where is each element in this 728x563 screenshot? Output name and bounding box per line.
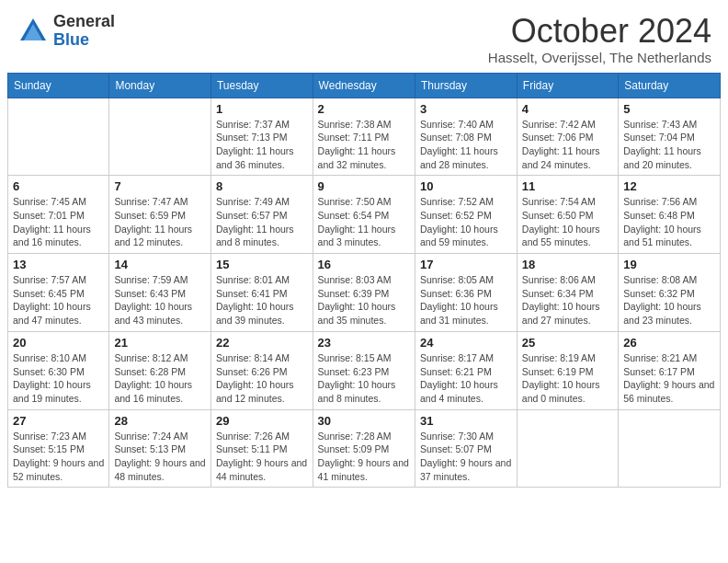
- logo: General Blue: [17, 13, 115, 50]
- calendar-cell: 14Sunrise: 7:59 AMSunset: 6:43 PMDayligh…: [109, 254, 211, 332]
- calendar-cell: 12Sunrise: 7:56 AMSunset: 6:48 PMDayligh…: [619, 176, 721, 254]
- day-header-tuesday: Tuesday: [210, 73, 313, 98]
- day-number: 25: [522, 336, 613, 350]
- location-subtitle: Hasselt, Overijssel, The Netherlands: [488, 50, 711, 65]
- day-info: Sunrise: 7:43 AMSunset: 7:04 PMDaylight:…: [623, 118, 715, 172]
- calendar-cell: [619, 409, 721, 488]
- calendar-cell: 2Sunrise: 7:38 AMSunset: 7:11 PMDaylight…: [313, 98, 415, 176]
- day-header-saturday: Saturday: [619, 73, 721, 98]
- day-number: 31: [420, 414, 512, 428]
- day-info: Sunrise: 7:42 AMSunset: 7:06 PMDaylight:…: [522, 118, 613, 172]
- day-number: 2: [318, 102, 410, 116]
- day-number: 29: [216, 414, 308, 428]
- day-number: 9: [318, 179, 410, 193]
- day-info: Sunrise: 7:28 AMSunset: 5:09 PMDaylight:…: [318, 430, 410, 484]
- calendar-cell: 24Sunrise: 8:17 AMSunset: 6:21 PMDayligh…: [415, 331, 518, 409]
- header-row: SundayMondayTuesdayWednesdayThursdayFrid…: [8, 73, 721, 98]
- week-row-5: 27Sunrise: 7:23 AMSunset: 5:15 PMDayligh…: [8, 409, 721, 488]
- title-section: October 2024 Hasselt, Overijssel, The Ne…: [488, 13, 711, 65]
- day-number: 8: [216, 179, 308, 193]
- day-header-sunday: Sunday: [8, 73, 109, 98]
- day-info: Sunrise: 8:10 AMSunset: 6:30 PMDaylight:…: [13, 351, 104, 406]
- calendar-header: SundayMondayTuesdayWednesdayThursdayFrid…: [8, 73, 721, 98]
- day-number: 6: [13, 179, 104, 193]
- calendar-cell: 10Sunrise: 7:52 AMSunset: 6:52 PMDayligh…: [415, 176, 518, 254]
- day-info: Sunrise: 7:26 AMSunset: 5:11 PMDaylight:…: [216, 430, 308, 484]
- day-info: Sunrise: 7:37 AMSunset: 7:13 PMDaylight:…: [216, 118, 308, 172]
- day-info: Sunrise: 8:12 AMSunset: 6:28 PMDaylight:…: [114, 351, 206, 406]
- day-info: Sunrise: 7:38 AMSunset: 7:11 PMDaylight:…: [318, 118, 410, 172]
- calendar-cell: 20Sunrise: 8:10 AMSunset: 6:30 PMDayligh…: [8, 331, 109, 409]
- calendar-cell: 25Sunrise: 8:19 AMSunset: 6:19 PMDayligh…: [517, 331, 618, 409]
- day-number: 20: [13, 336, 104, 350]
- calendar-cell: 13Sunrise: 7:57 AMSunset: 6:45 PMDayligh…: [8, 254, 109, 332]
- calendar-cell: 9Sunrise: 7:50 AMSunset: 6:54 PMDaylight…: [313, 176, 415, 254]
- calendar-body: 1Sunrise: 7:37 AMSunset: 7:13 PMDaylight…: [8, 98, 721, 488]
- day-header-monday: Monday: [109, 73, 211, 98]
- day-number: 22: [216, 336, 308, 350]
- day-number: 4: [522, 102, 613, 116]
- calendar-cell: 30Sunrise: 7:28 AMSunset: 5:09 PMDayligh…: [313, 409, 415, 488]
- day-number: 27: [13, 414, 104, 428]
- logo-blue-text: Blue: [53, 31, 115, 50]
- day-number: 28: [114, 414, 206, 428]
- day-info: Sunrise: 8:15 AMSunset: 6:23 PMDaylight:…: [318, 351, 410, 406]
- page-header: General Blue October 2024 Hasselt, Overi…: [0, 0, 728, 73]
- calendar-cell: [109, 98, 211, 176]
- day-info: Sunrise: 8:06 AMSunset: 6:34 PMDaylight:…: [522, 273, 613, 327]
- calendar-cell: [517, 409, 618, 488]
- day-header-wednesday: Wednesday: [313, 73, 415, 98]
- day-info: Sunrise: 8:08 AMSunset: 6:32 PMDaylight:…: [623, 273, 715, 327]
- day-number: 23: [318, 336, 410, 350]
- day-number: 30: [318, 414, 410, 428]
- day-number: 14: [114, 258, 206, 271]
- week-row-4: 20Sunrise: 8:10 AMSunset: 6:30 PMDayligh…: [8, 331, 721, 409]
- logo-text: General Blue: [53, 13, 115, 50]
- day-info: Sunrise: 8:14 AMSunset: 6:26 PMDaylight:…: [216, 351, 308, 406]
- calendar-cell: 5Sunrise: 7:43 AMSunset: 7:04 PMDaylight…: [619, 98, 721, 176]
- day-number: 7: [114, 179, 206, 193]
- day-info: Sunrise: 7:30 AMSunset: 5:07 PMDaylight:…: [420, 430, 512, 484]
- calendar-cell: 28Sunrise: 7:24 AMSunset: 5:13 PMDayligh…: [109, 409, 211, 488]
- day-number: 1: [216, 102, 308, 116]
- calendar-cell: 19Sunrise: 8:08 AMSunset: 6:32 PMDayligh…: [619, 254, 721, 332]
- day-number: 3: [420, 102, 512, 116]
- day-header-friday: Friday: [517, 73, 618, 98]
- day-info: Sunrise: 7:24 AMSunset: 5:13 PMDaylight:…: [114, 430, 206, 484]
- calendar-cell: 22Sunrise: 8:14 AMSunset: 6:26 PMDayligh…: [210, 331, 313, 409]
- calendar-cell: 29Sunrise: 7:26 AMSunset: 5:11 PMDayligh…: [210, 409, 313, 488]
- day-info: Sunrise: 7:40 AMSunset: 7:08 PMDaylight:…: [420, 118, 512, 172]
- day-info: Sunrise: 8:19 AMSunset: 6:19 PMDaylight:…: [522, 351, 613, 406]
- calendar-cell: 23Sunrise: 8:15 AMSunset: 6:23 PMDayligh…: [313, 331, 415, 409]
- calendar-cell: 6Sunrise: 7:45 AMSunset: 7:01 PMDaylight…: [8, 176, 109, 254]
- day-info: Sunrise: 7:59 AMSunset: 6:43 PMDaylight:…: [114, 273, 206, 327]
- calendar-cell: 18Sunrise: 8:06 AMSunset: 6:34 PMDayligh…: [517, 254, 618, 332]
- calendar-cell: 11Sunrise: 7:54 AMSunset: 6:50 PMDayligh…: [517, 176, 618, 254]
- day-number: 5: [623, 102, 715, 116]
- day-info: Sunrise: 8:17 AMSunset: 6:21 PMDaylight:…: [420, 351, 512, 406]
- calendar-cell: 7Sunrise: 7:47 AMSunset: 6:59 PMDaylight…: [109, 176, 211, 254]
- week-row-2: 6Sunrise: 7:45 AMSunset: 7:01 PMDaylight…: [8, 176, 721, 254]
- calendar-cell: 21Sunrise: 8:12 AMSunset: 6:28 PMDayligh…: [109, 331, 211, 409]
- calendar-cell: 1Sunrise: 7:37 AMSunset: 7:13 PMDaylight…: [210, 98, 313, 176]
- day-info: Sunrise: 7:45 AMSunset: 7:01 PMDaylight:…: [13, 195, 104, 249]
- day-info: Sunrise: 8:21 AMSunset: 6:17 PMDaylight:…: [623, 351, 715, 406]
- calendar-cell: [8, 98, 109, 176]
- month-title: October 2024: [488, 13, 711, 50]
- calendar-cell: 3Sunrise: 7:40 AMSunset: 7:08 PMDaylight…: [415, 98, 518, 176]
- day-info: Sunrise: 8:05 AMSunset: 6:36 PMDaylight:…: [420, 273, 512, 327]
- day-number: 15: [216, 258, 308, 271]
- day-number: 26: [623, 336, 715, 350]
- day-number: 21: [114, 336, 206, 350]
- calendar-cell: 31Sunrise: 7:30 AMSunset: 5:07 PMDayligh…: [415, 409, 518, 488]
- day-number: 18: [522, 258, 613, 271]
- calendar-wrapper: SundayMondayTuesdayWednesdayThursdayFrid…: [0, 73, 728, 496]
- logo-general-text: General: [53, 13, 115, 31]
- week-row-3: 13Sunrise: 7:57 AMSunset: 6:45 PMDayligh…: [8, 254, 721, 332]
- calendar-cell: 16Sunrise: 8:03 AMSunset: 6:39 PMDayligh…: [313, 254, 415, 332]
- day-number: 17: [420, 258, 512, 271]
- day-number: 24: [420, 336, 512, 350]
- day-number: 12: [623, 179, 715, 193]
- day-number: 11: [522, 179, 613, 193]
- day-number: 13: [13, 258, 104, 271]
